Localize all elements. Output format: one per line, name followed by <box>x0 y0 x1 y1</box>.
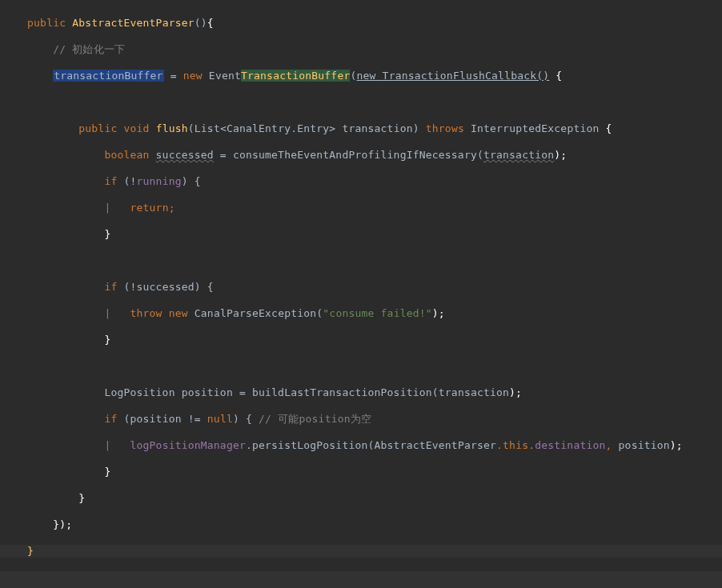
anon-class-arg: new TransactionFlushCallback() <box>357 70 550 82</box>
blank-line <box>14 96 722 109</box>
brace: { <box>556 70 562 82</box>
code-editor[interactable]: public AbstractEventParser(){ // 初始化一下 t… <box>0 0 722 588</box>
code-line: // 初始化一下 <box>14 43 722 56</box>
code-line: if (!successed) { <box>14 281 722 294</box>
code-line: transactionBuffer = new EventTransaction… <box>14 70 722 82</box>
caret-line: } <box>0 545 722 558</box>
open-paren: ( <box>350 70 356 82</box>
parens: () <box>195 17 207 29</box>
section-gap <box>0 571 722 588</box>
field-ref: logPositionManager <box>130 439 246 451</box>
code-line: boolean successed = consumeTheEventAndPr… <box>14 149 722 162</box>
blank-line <box>14 360 722 373</box>
var-ref: position <box>130 413 182 425</box>
param-name: transaction <box>342 122 412 134</box>
class-ref: Event <box>209 70 241 82</box>
constructor-name: AbstractEventParser <box>72 17 195 29</box>
method-name: flush <box>156 122 188 134</box>
string-literal: "consume failed!" <box>323 307 431 319</box>
keyword-public: public <box>27 17 66 29</box>
blank-line <box>14 254 722 267</box>
var-name: position <box>182 386 233 398</box>
param-type: List<CanalEntry.Entry> <box>195 122 336 134</box>
code-line: } <box>14 334 722 346</box>
keyword-if: if <box>104 413 117 425</box>
code-line: } <box>14 466 722 478</box>
type: LogPosition <box>104 386 174 398</box>
keyword-if: if <box>104 175 117 187</box>
field-ref: destination <box>535 439 605 451</box>
class-ref: CanalParseException <box>195 307 317 319</box>
code-line: if (!running) { <box>14 175 722 188</box>
keyword-return: return; <box>130 202 175 214</box>
code-line: if (position != null) { // 可能position为空 <box>14 413 722 426</box>
comment: // 初始化一下 <box>53 43 125 55</box>
this-ref: .this. <box>496 439 535 451</box>
code-line: public AbstractEventParser(){ <box>14 17 722 30</box>
arg: transaction <box>483 149 554 161</box>
eq: = <box>164 70 183 82</box>
brace: } <box>104 466 110 478</box>
var-ref: successed <box>137 281 195 293</box>
type-boolean: boolean <box>104 149 149 161</box>
code-line: | throw new CanalParseException("consume… <box>14 307 722 320</box>
var-name: successed <box>156 149 214 161</box>
code-line: } <box>14 492 722 505</box>
brace: } <box>78 492 85 504</box>
method-call: persistLogPosition <box>252 439 367 451</box>
code-line: }); <box>14 518 722 531</box>
brace: { <box>207 17 214 29</box>
keyword-null: null <box>207 413 233 425</box>
code-line: LogPosition position = buildLastTransact… <box>14 386 722 399</box>
keyword-throws: throws <box>426 122 464 134</box>
field-ref: running <box>137 175 182 187</box>
code-line: | logPositionManager.persistLogPosition(… <box>14 439 722 452</box>
highlighted-var: transactionBuffer <box>53 70 163 82</box>
highlighted-class: TransactionBuffer <box>241 70 350 82</box>
keyword-throw: throw <box>130 307 162 319</box>
keyword-new: new <box>169 307 188 319</box>
code-line: } <box>14 228 722 241</box>
brace: }); <box>53 518 72 530</box>
code-line: | return; <box>14 202 722 214</box>
method-call: buildLastTransactionPosition <box>252 386 432 398</box>
exception-type: InterruptedException <box>471 122 600 134</box>
keyword-if: if <box>104 281 117 293</box>
brace: } <box>104 228 110 240</box>
method-call: consumeTheEventAndProfilingIfNecessary <box>233 149 477 161</box>
brace: } <box>104 334 110 346</box>
brace: } <box>27 545 34 557</box>
comment: // 可能position为空 <box>259 413 371 425</box>
class-ref: AbstractEventParser <box>375 439 497 451</box>
code-line: public void flush(List<CanalEntry.Entry>… <box>14 122 722 135</box>
keyword-public: public <box>78 122 117 134</box>
keyword-void: void <box>123 122 149 134</box>
arg: transaction <box>439 386 509 398</box>
keyword-new: new <box>183 70 203 82</box>
